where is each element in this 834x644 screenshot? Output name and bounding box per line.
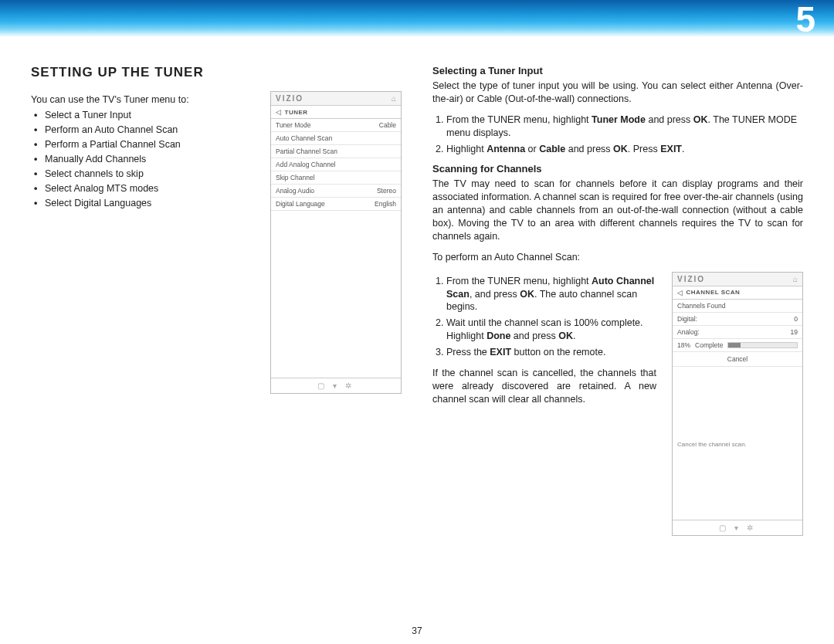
chapter-banner: 5 (0, 0, 834, 37)
menu-row: Skip Channel (271, 171, 401, 185)
vizio-logo: VIZIO (677, 275, 705, 283)
menu-title: CHANNEL SCAN (687, 289, 741, 296)
body-text: Select the type of tuner input you will … (432, 80, 803, 106)
list-item: Manually Add Channels (45, 154, 255, 164)
menu-footer-icons: ▢ ▾ ✲ (673, 520, 802, 535)
intro-text: You can use the TV's Tuner menu to: (31, 94, 255, 105)
menu-row: Auto Channel Scan (271, 132, 401, 145)
vizio-logo: VIZIO (276, 94, 303, 103)
progress-row: 18% Complete (673, 339, 802, 352)
menu-row: Partial Channel Scan (271, 145, 401, 158)
channel-scan-screenshot: VIZIO ⌂ ◁ CHANNEL SCAN Channels Found Di… (672, 272, 803, 536)
list-item: Select channels to skip (45, 168, 255, 179)
right-column: Selecting a Tuner Input Select the type … (432, 65, 803, 536)
list-item: Select Digital Languages (45, 198, 255, 208)
list-item: Highlight Antenna or Cable and press OK.… (446, 143, 803, 156)
menu-row: Tuner ModeCable (271, 119, 401, 132)
menu-title: TUNER (285, 109, 308, 116)
menu-footer-icons: ▢ ▾ ✲ (271, 378, 401, 393)
list-item: Select Analog MTS modes (45, 183, 255, 194)
menu-row: Digital LanguageEnglish (271, 198, 401, 211)
back-icon: ◁ (677, 289, 683, 297)
lead-text: To perform an Auto Channel Scan: (432, 251, 803, 264)
back-icon: ◁ (276, 108, 282, 116)
page-number: 37 (412, 625, 422, 636)
list-item: Wait until the channel scan is 100% comp… (446, 317, 656, 343)
step-list: From the TUNER menu, highlight Auto Chan… (432, 275, 656, 359)
list-item: Select a Tuner Input (45, 110, 255, 120)
subsection-heading: Selecting a Tuner Input (432, 65, 803, 76)
tuner-menu-screenshot: VIZIO ⌂ ◁ TUNER Tuner ModeCable Auto Cha… (270, 91, 402, 394)
menu-row: Digital:0 (673, 313, 802, 326)
section-heading: SETTING UP THE TUNER (31, 65, 402, 80)
hint-text: Cancel the channel scan. (673, 436, 802, 452)
feature-bullets: Select a Tuner Input Perform an Auto Cha… (31, 110, 255, 208)
left-column: SETTING UP THE TUNER You can use the TV'… (31, 65, 402, 536)
list-item: From the TUNER menu, highlight Auto Chan… (446, 275, 656, 314)
menu-row: Analog:19 (673, 326, 802, 339)
step-list: From the TUNER menu, highlight Tuner Mod… (432, 114, 803, 156)
home-icon: ⌂ (793, 275, 798, 283)
menu-row: Add Analog Channel (271, 158, 401, 171)
progress-fill (728, 343, 741, 347)
list-item: From the TUNER menu, highlight Tuner Mod… (446, 114, 803, 140)
menu-row: Analog AudioStereo (271, 185, 401, 198)
body-text: If the channel scan is cancelled, the ch… (432, 367, 656, 406)
home-icon: ⌂ (392, 94, 396, 103)
body-text: The TV may need to scan for channels bef… (432, 178, 803, 242)
cancel-row: Cancel (673, 352, 802, 367)
list-item: Perform an Auto Channel Scan (45, 124, 255, 135)
list-item: Perform a Partial Channel Scan (45, 139, 255, 150)
menu-row: Channels Found (673, 300, 802, 313)
chapter-number: 5 (795, 0, 815, 40)
subsection-heading: Scanning for Channels (432, 163, 803, 175)
progress-bar (727, 342, 798, 348)
list-item: Press the EXIT button on the remote. (446, 346, 656, 359)
